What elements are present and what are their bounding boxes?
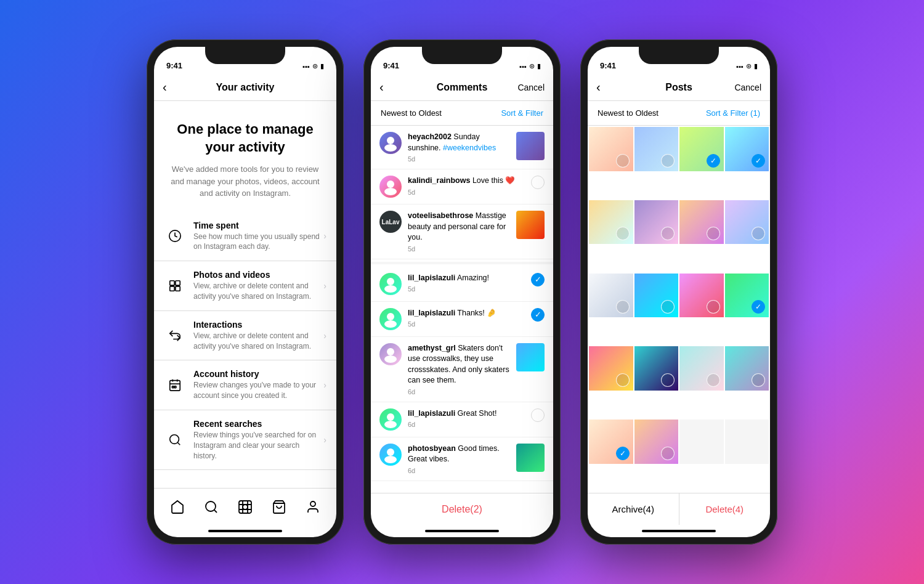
- post-thumb-13[interactable]: [589, 346, 633, 391]
- post-select-6[interactable]: [661, 227, 675, 240]
- post-select-11[interactable]: [707, 300, 720, 314]
- post-thumb-17[interactable]: ✓: [589, 420, 633, 464]
- comment-text-7: lil_lapislazuli Great Shot!: [408, 408, 525, 420]
- select-circle-7[interactable]: [531, 408, 545, 422]
- avatar-vote: LaLav: [379, 211, 402, 233]
- delete-button-2[interactable]: Delete(2): [442, 504, 482, 515]
- post-select-1[interactable]: [616, 154, 630, 168]
- sort-filter-button-3[interactable]: Sort & Filter (1): [706, 108, 760, 118]
- bottom-nav-1: [154, 488, 336, 525]
- sort-filter-button-2[interactable]: Sort & Filter: [501, 108, 543, 118]
- menu-text-recent-searches: Recent searches Review things you've sea…: [193, 419, 323, 461]
- comment-item-4[interactable]: lil_lapislazuli Amazing! 5d ✓: [371, 267, 553, 302]
- post-select-7[interactable]: [707, 227, 720, 240]
- phone-1-wrapper: 9:41 ▪▪▪ ⊛ ▮ ‹ Your activity One place t…: [147, 39, 344, 545]
- post-thumb-5[interactable]: [589, 200, 633, 245]
- nav-header-3: ‹ Posts Cancel: [588, 74, 770, 101]
- post-thumb-3[interactable]: ✓: [679, 127, 724, 171]
- menu-text-photos-videos: Photos and videos View, archive or delet…: [193, 270, 323, 302]
- select-circle-2[interactable]: [531, 176, 545, 189]
- comment-body-1: heyach2002 Sunday sunshine. #weekendvibe…: [408, 132, 510, 163]
- svg-rect-3: [170, 286, 174, 291]
- post-select-17[interactable]: ✓: [616, 447, 630, 460]
- status-icons-2: ▪▪▪ ⊛ ▮: [519, 62, 541, 70]
- select-circle-4[interactable]: ✓: [531, 273, 545, 286]
- post-select-14[interactable]: [661, 373, 675, 387]
- svg-point-27: [387, 278, 394, 285]
- home-bar-2: [425, 530, 499, 532]
- nav-profile[interactable]: [302, 496, 324, 518]
- delete-button-3[interactable]: Delete(4): [679, 493, 771, 525]
- post-select-16[interactable]: [752, 373, 765, 387]
- post-select-15[interactable]: [707, 373, 720, 387]
- comment-item-7[interactable]: lil_lapislazuli Great Shot! 6d: [371, 402, 553, 437]
- notch-1: [205, 47, 285, 64]
- page-title-2: Comments: [437, 82, 488, 93]
- svg-rect-10: [174, 386, 176, 388]
- post-thumb-1[interactable]: [589, 127, 633, 171]
- menu-item-account-history[interactable]: Account history Review changes you've ma…: [154, 360, 336, 410]
- status-icons-1: ▪▪▪ ⊛ ▮: [302, 62, 324, 70]
- post-thumb-6[interactable]: [634, 200, 679, 245]
- comment-item-3[interactable]: LaLav voteelisabethrose Masstige beauty …: [371, 205, 553, 259]
- post-thumb-18[interactable]: [634, 420, 679, 464]
- post-select-9[interactable]: [616, 300, 630, 314]
- menu-item-time-spent[interactable]: Time spent See how much time you usually…: [154, 212, 336, 262]
- comment-thumb-3: [516, 211, 545, 239]
- post-thumb-2[interactable]: [634, 127, 679, 171]
- select-circle-5[interactable]: ✓: [531, 308, 545, 322]
- post-thumb-8[interactable]: [725, 200, 769, 245]
- nav-shop[interactable]: [268, 496, 290, 518]
- post-thumb-15[interactable]: [679, 346, 724, 391]
- comment-item-6[interactable]: amethyst_grl Skaters don't use crosswalk…: [371, 337, 553, 402]
- wifi-icon-1: ⊛: [312, 62, 318, 70]
- post-select-10[interactable]: [661, 300, 675, 314]
- clock-icon: [164, 225, 186, 247]
- comment-time-7: 6d: [408, 421, 525, 428]
- phone-3-wrapper: 9:41 ▪▪▪ ⊛ ▮ ‹ Posts Cancel Newest to Ol…: [580, 39, 777, 545]
- comment-item-5[interactable]: lil_lapislazuli Thanks! 🤌 5d ✓: [371, 302, 553, 337]
- comment-item-8[interactable]: photosbyean Good times. Great vibes. 6d: [371, 437, 553, 481]
- archive-button[interactable]: Archive(4): [588, 493, 679, 525]
- post-thumb-12[interactable]: ✓: [725, 274, 769, 318]
- comment-body-3: voteelisabethrose Masstige beauty and pe…: [408, 211, 510, 253]
- post-select-13[interactable]: [616, 373, 630, 387]
- post-thumb-7[interactable]: [679, 200, 724, 245]
- nav-search[interactable]: [200, 496, 222, 518]
- svg-point-29: [387, 313, 394, 320]
- post-select-2[interactable]: [661, 154, 675, 168]
- comment-item-2[interactable]: kalindi_rainbows Love this ❤️ 5d: [371, 169, 553, 205]
- post-thumb-11[interactable]: [679, 274, 724, 318]
- menu-item-photos-videos[interactable]: Photos and videos View, archive or delet…: [154, 261, 336, 311]
- menu-text-interactions: Interactions View, archive or delete con…: [193, 320, 323, 352]
- post-select-18[interactable]: [661, 447, 675, 460]
- back-button-2[interactable]: ‹: [379, 80, 384, 94]
- home-indicator-2: [371, 525, 553, 537]
- post-thumb-14[interactable]: [634, 346, 679, 391]
- menu-item-recent-searches[interactable]: Recent searches Review things you've sea…: [154, 410, 336, 470]
- avatar-photosbyean: [379, 444, 402, 466]
- post-select-12[interactable]: ✓: [752, 300, 765, 314]
- status-time-3: 9:41: [600, 61, 616, 70]
- cancel-button-3[interactable]: Cancel: [734, 83, 761, 92]
- post-thumb-9[interactable]: [589, 274, 633, 318]
- post-thumb-10[interactable]: [634, 274, 679, 318]
- cancel-button-2[interactable]: Cancel: [517, 83, 545, 92]
- screen-content-1: One place to manage your activity We've …: [154, 101, 336, 488]
- phone-2: 9:41 ▪▪▪ ⊛ ▮ ‹ Comments Cancel Newest to…: [363, 39, 561, 545]
- back-button-3[interactable]: ‹: [596, 80, 601, 94]
- menu-item-interactions[interactable]: Interactions View, archive or delete con…: [154, 311, 336, 361]
- nav-reels[interactable]: [234, 496, 256, 518]
- post-select-3[interactable]: ✓: [707, 154, 720, 168]
- comment-text-4: lil_lapislazuli Amazing!: [408, 273, 525, 284]
- back-button-1[interactable]: ‹: [163, 80, 167, 94]
- post-select-5[interactable]: [616, 227, 630, 240]
- post-thumb-4[interactable]: ✓: [725, 127, 769, 171]
- post-select-8[interactable]: [752, 227, 765, 240]
- post-select-4[interactable]: ✓: [752, 154, 765, 168]
- delete-bar-2: Delete(2): [371, 493, 553, 525]
- comment-item-1[interactable]: heyach2002 Sunday sunshine. #weekendvibe…: [371, 126, 553, 169]
- svg-point-31: [387, 348, 394, 355]
- post-thumb-16[interactable]: [725, 346, 769, 391]
- nav-home[interactable]: [166, 496, 188, 518]
